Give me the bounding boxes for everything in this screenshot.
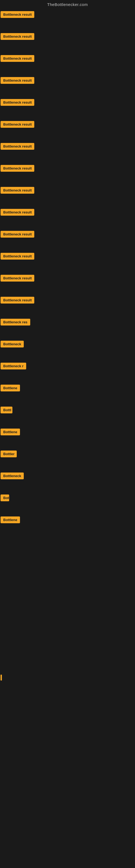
list-item: Bottleneck result <box>1 165 134 173</box>
bottleneck-badge[interactable]: Bottleneck result <box>1 231 34 238</box>
bottleneck-badge[interactable]: Bottleneck result <box>1 77 34 84</box>
list-item: Bottleneck <box>1 341 134 348</box>
site-title: TheBottlenecker.com <box>47 2 88 7</box>
list-item: Bottlene <box>1 517 134 524</box>
list-item: Bottlene <box>1 384 134 393</box>
list-item: Bottleneck result <box>1 99 134 107</box>
list-item: Bottleneck result <box>1 231 134 239</box>
bottleneck-badge[interactable]: Bottleneck r <box>1 363 26 369</box>
list-item: Bottleneck result <box>1 33 134 41</box>
bottleneck-badge[interactable]: Bottleneck result <box>1 143 34 150</box>
list-item: Bottler <box>1 451 134 458</box>
list-item: Bottleneck result <box>1 187 134 195</box>
bottleneck-badge[interactable]: Bottleneck result <box>1 33 34 40</box>
bottleneck-badge[interactable]: Bottleneck <box>1 341 24 347</box>
bottom-section <box>0 539 135 784</box>
list-item: Bottleneck result <box>1 209 134 217</box>
list-item: Bottleneck result <box>1 11 134 19</box>
list-item: Bot <box>1 495 134 502</box>
bottleneck-badge[interactable]: Bottlene <box>1 517 20 523</box>
bottleneck-badge[interactable]: Bottleneck result <box>1 165 34 172</box>
items-container: Bottleneck result Bottleneck result Bott… <box>0 10 135 539</box>
bottleneck-badge[interactable]: Bottleneck result <box>1 187 34 194</box>
list-item: Bottleneck result <box>1 121 134 129</box>
bottleneck-badge[interactable]: Bottleneck result <box>1 99 34 106</box>
bottom-indicator <box>1 675 2 681</box>
bottleneck-badge[interactable]: Bottler <box>1 451 17 457</box>
bottleneck-badge[interactable]: Bottleneck result <box>1 121 34 128</box>
bottleneck-badge[interactable]: Bottl <box>1 407 12 413</box>
list-item: Bottl <box>1 407 134 414</box>
page-wrapper: TheBottlenecker.com Bottleneck result Bo… <box>0 0 135 868</box>
bottleneck-badge[interactable]: Bottleneck result <box>1 297 34 304</box>
list-item: Bottleneck <box>1 472 134 480</box>
list-item: Bottleneck result <box>1 143 134 151</box>
list-item: Bottleneck result <box>1 253 134 261</box>
list-item: Bottleneck result <box>1 275 134 283</box>
bottleneck-badge[interactable]: Bottleneck res <box>1 319 30 326</box>
bottleneck-badge[interactable]: Bottleneck result <box>1 253 34 259</box>
list-item: Bottlene <box>1 429 134 436</box>
list-item: Bottleneck r <box>1 363 134 371</box>
list-item: Bottleneck res <box>1 319 134 327</box>
bottleneck-badge[interactable]: Bottleneck result <box>1 209 34 216</box>
list-item: Bottleneck result <box>1 55 134 63</box>
list-item: Bottleneck result <box>1 77 134 85</box>
bottleneck-badge[interactable]: Bottleneck <box>1 472 24 479</box>
list-item: Bottleneck result <box>1 297 134 305</box>
bottleneck-badge[interactable]: Bot <box>1 495 9 501</box>
bottleneck-badge[interactable]: Bottleneck result <box>1 11 34 18</box>
bottleneck-badge[interactable]: Bottlene <box>1 429 20 435</box>
bottleneck-badge[interactable]: Bottleneck result <box>1 275 34 282</box>
site-header: TheBottlenecker.com <box>0 0 135 10</box>
bottleneck-badge[interactable]: Bottleneck result <box>1 55 34 62</box>
bottleneck-badge[interactable]: Bottlene <box>1 384 20 392</box>
